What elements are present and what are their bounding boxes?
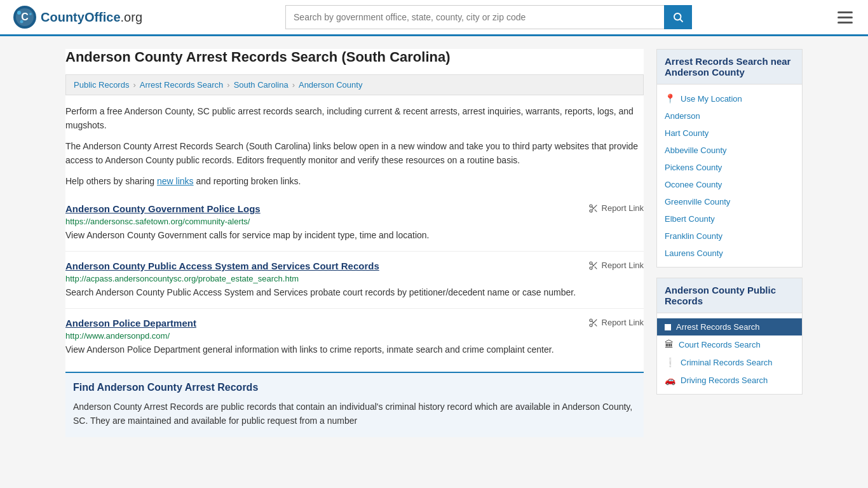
sidebar-nearby-list: 📍 Use My Location Anderson Hart County A… [657,85,802,267]
svg-point-5 [20,20,24,24]
logo-name: CountyOffice [41,10,121,24]
logo-icon: C [13,5,37,29]
arrest-records-square-icon [665,324,671,330]
svg-point-6 [674,13,681,20]
breadcrumb-sep-3: › [292,80,295,90]
svg-line-17 [592,264,593,266]
sidebar-public-records-section: Anderson County Public Records Arrest Re… [656,278,803,395]
criminal-records-icon: ❕ [665,357,675,367]
result-item: Anderson County Public Access System and… [65,252,644,309]
page-title: Anderson County Arrest Records Search (S… [65,49,644,65]
oconee-county-link[interactable]: Oconee County [665,180,722,189]
sidebar-public-records-list: Arrest Records Search 🏛 Court Records Se… [657,313,802,394]
result-item: Anderson County Government Police Logs R… [65,194,644,252]
breadcrumb-item-arrest-records[interactable]: Arrest Records Search [140,80,224,90]
svg-point-18 [590,319,592,322]
use-my-location-link[interactable]: Use My Location [681,94,742,104]
svg-point-13 [590,262,592,264]
report-link-label-2: Report Link [602,261,644,270]
criminal-records-link[interactable]: Criminal Records Search [681,358,773,367]
breadcrumb-sep-1: › [133,80,135,90]
result-header: Anderson County Government Police Logs R… [65,203,644,214]
result-title-2[interactable]: Anderson County Public Access System and… [65,261,379,271]
result-desc-3: View Anderson Police Department general … [65,343,644,356]
sidebar-nearby-section: Arrest Records Search near Anderson Coun… [656,49,803,268]
court-records-icon: 🏛 [665,339,674,349]
main-container: Anderson County Arrest Records Search (S… [53,36,815,450]
abbeville-county-link[interactable]: Abbeville County [665,146,727,155]
elbert-county-link[interactable]: Elbert County [665,214,715,224]
pickens-county-link[interactable]: Pickens County [665,163,722,172]
court-records-link[interactable]: Court Records Search [679,340,761,349]
result-desc-2: Search Anderson County Public Access Sys… [65,286,644,299]
breadcrumb-item-public-records[interactable]: Public Records [74,80,129,90]
sidebar-item-franklin-county[interactable]: Franklin County [657,227,802,245]
result-title-1[interactable]: Anderson County Government Police Logs [65,203,261,214]
results-list: Anderson County Government Police Logs R… [65,194,644,365]
menu-button[interactable] [835,9,855,26]
breadcrumb: Public Records › Arrest Records Search ›… [65,74,644,95]
sidebar-nearby-title: Arrest Records Search near Anderson Coun… [657,50,802,85]
sidebar-item-arrest-records[interactable]: Arrest Records Search [657,318,802,336]
new-links-link[interactable]: new links [157,176,194,186]
breadcrumb-item-anderson-county[interactable]: Anderson County [299,80,362,90]
hart-county-link[interactable]: Hart County [665,128,709,138]
search-area [285,5,692,29]
logo-suffix: .org [121,10,142,24]
result-url-2[interactable]: http://acpass.andersoncountysc.org/proba… [65,274,644,283]
sidebar-item-greenville-county[interactable]: Greenville County [657,193,802,210]
header: C CountyOffice.org [0,0,868,36]
sidebar-public-records-title: Anderson County Public Records [657,278,802,313]
laurens-county-link[interactable]: Laurens County [665,248,723,258]
arrest-records-link[interactable]: Arrest Records Search [676,322,760,332]
scissors-icon-3 [588,318,599,328]
report-link-2[interactable]: Report Link [588,261,644,271]
location-pin-icon: 📍 [665,93,675,104]
svg-line-22 [592,321,593,323]
svg-line-16 [594,267,597,269]
result-url-1[interactable]: https://andersonsc.safetown.org/communit… [65,217,644,226]
sidebar: Arrest Records Search near Anderson Coun… [656,49,803,437]
sidebar-item-criminal-records[interactable]: ❕ Criminal Records Search [657,353,802,371]
franklin-county-link[interactable]: Franklin County [665,231,722,241]
driving-records-link[interactable]: Driving Records Search [681,376,768,385]
sidebar-item-use-my-location[interactable]: 📍 Use My Location [657,90,802,107]
search-button[interactable] [664,5,692,29]
menu-line-3 [837,22,853,24]
content-area: Anderson County Arrest Records Search (S… [65,49,644,437]
menu-line-1 [837,11,853,13]
svg-line-11 [594,210,597,212]
search-input[interactable] [285,5,664,29]
report-link-label-3: Report Link [602,318,644,327]
anderson-link[interactable]: Anderson [665,111,700,121]
menu-line-2 [837,17,853,18]
result-header-2: Anderson County Public Access System and… [65,261,644,271]
desc3-suffix: and reporting broken links. [194,176,301,186]
svg-line-7 [680,19,682,22]
result-title-3[interactable]: Anderson Police Department [65,318,196,329]
result-url-3[interactable]: http://www.andersonpd.com/ [65,331,644,341]
desc3-prefix: Help others by sharing [65,176,157,186]
sidebar-item-driving-records[interactable]: 🚗 Driving Records Search [657,371,802,389]
sidebar-item-court-records[interactable]: 🏛 Court Records Search [657,336,802,353]
scissors-icon-1 [588,203,599,214]
sidebar-item-oconee-county[interactable]: Oconee County [657,176,802,193]
scissors-icon-2 [588,261,599,271]
logo[interactable]: C CountyOffice.org [13,5,142,29]
svg-point-19 [590,324,592,327]
sidebar-item-abbeville-county[interactable]: Abbeville County [657,142,802,159]
sidebar-item-pickens-county[interactable]: Pickens County [657,159,802,176]
sidebar-item-laurens-county[interactable]: Laurens County [657,245,802,262]
sidebar-item-anderson[interactable]: Anderson [657,107,802,125]
search-icon [672,11,684,23]
report-link-3[interactable]: Report Link [588,318,644,328]
greenville-county-link[interactable]: Greenville County [665,197,730,207]
sidebar-item-hart-county[interactable]: Hart County [657,125,802,142]
result-header-3: Anderson Police Department Report Link [65,318,644,329]
breadcrumb-sep-2: › [227,80,229,90]
svg-point-9 [590,210,592,212]
sidebar-item-elbert-county[interactable]: Elbert County [657,210,802,227]
breadcrumb-item-south-carolina[interactable]: South Carolina [234,80,288,90]
report-link-1[interactable]: Report Link [588,203,644,214]
svg-line-21 [594,324,597,327]
